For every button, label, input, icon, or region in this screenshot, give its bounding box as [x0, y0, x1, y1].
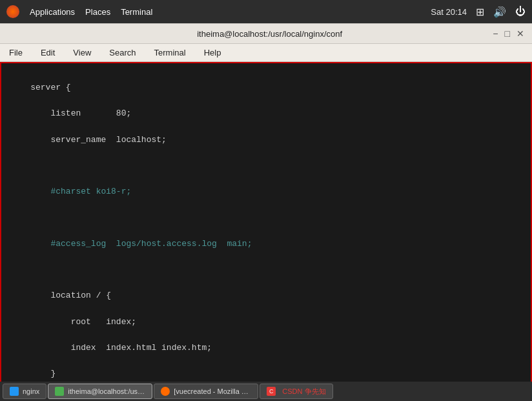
window-controls[interactable]: − □ ✕ [493, 28, 524, 39]
taskbar-item-csdn[interactable]: C CSDN 争先知 [260, 384, 332, 399]
terminal-menu[interactable]: Terminal [121, 7, 152, 17]
menu-bar: File Edit View Search Terminal Help [0, 44, 532, 62]
topbar-right: Sat 20:14 ⊞ 🔊 ⏻ [431, 6, 526, 18]
taskbar-label-nginx: nginx [23, 387, 39, 395]
topbar-left: Applications Places Terminal [6, 5, 152, 18]
taskbar-label-csdn: CSDN 争先知 [282, 387, 325, 396]
taskbar-label-firefox: [vuecreated - Mozilla Firefox] [174, 387, 251, 395]
taskbar-item-firefox[interactable]: [vuecreated - Mozilla Firefox] [154, 384, 258, 399]
nginx-icon [10, 387, 19, 396]
menu-file[interactable]: File [5, 46, 26, 59]
maximize-button[interactable]: □ [505, 28, 510, 39]
apps-menu[interactable]: Applications [30, 7, 75, 17]
menu-search[interactable]: Search [105, 46, 139, 59]
code-block: server { listen 80; server_name localhos… [10, 68, 522, 401]
taskbar-item-nginx[interactable]: nginx [3, 384, 46, 399]
clock: Sat 20:14 [431, 7, 467, 17]
taskbar-item-terminal[interactable]: itheima@localhost:/usr/local/ngin... [48, 384, 152, 399]
network-icon[interactable]: ⊞ [476, 6, 484, 18]
volume-icon[interactable]: 🔊 [493, 6, 506, 18]
close-button[interactable]: ✕ [517, 28, 524, 39]
taskbar: nginx itheima@localhost:/usr/local/ngin.… [0, 382, 532, 401]
terminal-icon [55, 387, 64, 396]
menu-view[interactable]: View [69, 46, 95, 59]
os-logo-icon [6, 5, 19, 18]
csdn-icon: C [267, 387, 276, 396]
editor-area[interactable]: server { listen 80; server_name localhos… [0, 62, 532, 401]
power-icon[interactable]: ⏻ [515, 6, 526, 17]
window-title: itheima@localhost:/usr/local/nginx/conf [46, 29, 493, 39]
menu-terminal[interactable]: Terminal [150, 46, 190, 59]
menu-help[interactable]: Help [200, 46, 225, 59]
menu-edit[interactable]: Edit [37, 46, 59, 59]
firefox-icon [161, 387, 170, 396]
minimize-button[interactable]: − [493, 28, 498, 39]
places-menu[interactable]: Places [85, 7, 110, 17]
window-titlebar: itheima@localhost:/usr/local/nginx/conf … [0, 23, 532, 44]
taskbar-label-terminal: itheima@localhost:/usr/local/ngin... [68, 387, 145, 395]
system-topbar: Applications Places Terminal Sat 20:14 ⊞… [0, 0, 532, 23]
